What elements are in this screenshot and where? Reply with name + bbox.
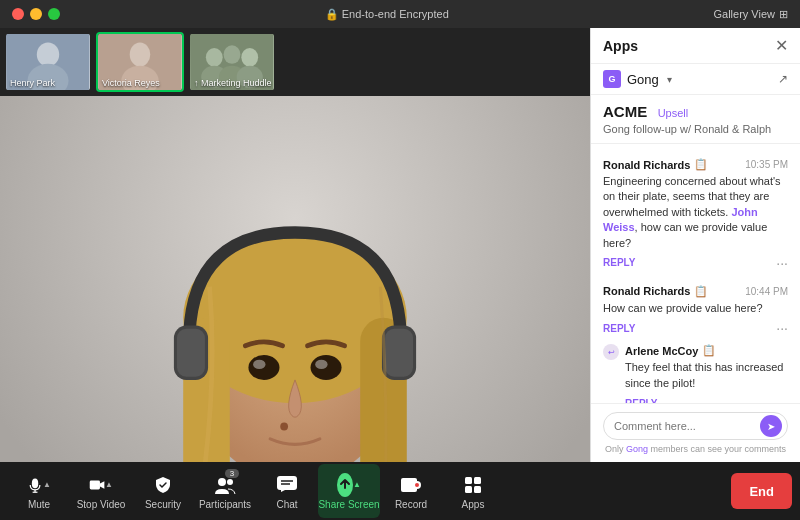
svg-rect-23 [177, 329, 205, 377]
reply-button[interactable]: REPLY [603, 323, 635, 334]
toolbar-item-participants[interactable]: 3 Participants [194, 464, 256, 518]
stop-video-caret: ▲ [105, 480, 113, 489]
reply-indicator: ↩ Arlene McCoy 📋 They feel that this has… [591, 344, 800, 403]
participants-label: Participants [199, 499, 251, 510]
svg-point-41 [415, 483, 419, 487]
gong-dropdown-icon[interactable]: ▾ [667, 74, 672, 85]
message-time: 10:44 PM [745, 286, 788, 297]
end-button[interactable]: End [731, 473, 792, 509]
message-actions: REPLY ··· [625, 395, 800, 403]
thumbnail-marketing-label: ↑ Marketing Huddle [194, 78, 272, 88]
svg-point-1 [37, 42, 59, 66]
stop-video-label: Stop Video [77, 499, 126, 510]
thumbnail-marketing[interactable]: ↑ Marketing Huddle [188, 32, 276, 92]
share-screen-label: Share Screen [318, 499, 379, 510]
thumbnail-victoria[interactable]: Victoria Reyes [96, 32, 184, 92]
toolbar-item-chat[interactable]: Chat [256, 464, 318, 518]
svg-point-29 [280, 423, 288, 431]
message-text: They feel that this has increased since … [625, 360, 800, 391]
message-text: How can we provide value here? [603, 301, 788, 316]
thumbnail-row: Henry Park Victoria Reyes [0, 28, 590, 96]
reply-button[interactable]: REPLY [603, 257, 635, 268]
mute-icon: ▲ [27, 473, 51, 497]
title-bar-title: 🔒 End-to-end Encrypted [325, 8, 449, 21]
message-sender: Ronald Richards 📋 [603, 158, 708, 171]
thumbnail-henry[interactable]: Henry Park [4, 32, 92, 92]
toolbar-item-share-screen[interactable]: ▲ Share Screen [318, 464, 380, 518]
svg-point-26 [311, 355, 342, 380]
svg-point-34 [218, 478, 226, 486]
message-sender: Arlene McCoy 📋 [625, 344, 716, 357]
sender-icon: 📋 [702, 344, 716, 357]
gallery-view-button[interactable]: Gallery View ⊞ [713, 8, 788, 21]
svg-point-25 [248, 355, 279, 380]
gong-logo: G [603, 70, 621, 88]
close-button[interactable] [12, 8, 24, 20]
svg-point-28 [315, 360, 327, 369]
main-content: Henry Park Victoria Reyes [0, 28, 800, 462]
message-header: Ronald Richards 📋 10:35 PM [603, 158, 788, 171]
message-item: Arlene McCoy 📋 They feel that this has i… [625, 344, 800, 403]
toolbar-left-items: ▲ Mute ▲ Stop Video Security [8, 464, 504, 518]
acme-badge: Upsell [658, 107, 689, 119]
svg-rect-24 [385, 329, 413, 377]
maximize-button[interactable] [48, 8, 60, 20]
share-screen-icon: ▲ [337, 473, 361, 497]
more-button[interactable]: ··· [776, 320, 788, 336]
external-link-button[interactable]: ↗ [778, 72, 788, 86]
messages-area: Ronald Richards 📋 10:35 PM Engineering c… [591, 144, 800, 403]
apps-icon [461, 473, 485, 497]
send-button[interactable]: ➤ [760, 415, 782, 437]
participants-badge: 3 [225, 469, 239, 478]
svg-point-35 [227, 479, 233, 485]
apps-label: Apps [462, 499, 485, 510]
record-label: Record [395, 499, 427, 510]
highlight-name: John Weiss [603, 206, 758, 233]
message-header: Ronald Richards 📋 10:44 PM [603, 285, 788, 298]
gong-name: Gong [627, 72, 659, 87]
acme-title: ACME [603, 103, 647, 120]
toolbar-item-security[interactable]: Security [132, 464, 194, 518]
toolbar-item-apps[interactable]: Apps [442, 464, 504, 518]
sender-icon: 📋 [694, 285, 708, 298]
minimize-button[interactable] [30, 8, 42, 20]
svg-point-9 [241, 48, 258, 67]
svg-rect-45 [474, 486, 481, 493]
acme-subtitle: Gong follow-up w/ Ronald & Ralph [603, 123, 788, 135]
chat-icon [275, 473, 299, 497]
toolbar-item-record[interactable]: Record [380, 464, 442, 518]
message-header: Arlene McCoy 📋 [625, 344, 800, 357]
comment-wrapper: ➤ [603, 412, 788, 440]
svg-point-30 [32, 478, 38, 488]
right-panel: Apps ✕ G Gong ▾ ↗ ACME Upsell Gong follo… [590, 28, 800, 462]
reply-avatar: ↩ [603, 344, 619, 360]
title-bar-right: Gallery View ⊞ [713, 8, 788, 21]
expand-icon: ⊞ [779, 8, 788, 21]
security-icon [151, 473, 175, 497]
message-sender: Ronald Richards 📋 [603, 285, 708, 298]
toolbar: ▲ Mute ▲ Stop Video Security [0, 462, 800, 520]
video-area: Henry Park Victoria Reyes [0, 28, 590, 462]
panel-header: Apps ✕ [591, 28, 800, 64]
message-actions: REPLY ··· [603, 320, 788, 336]
send-icon: ➤ [767, 421, 775, 432]
svg-point-27 [253, 360, 265, 369]
panel-close-button[interactable]: ✕ [775, 36, 788, 55]
share-screen-caret: ▲ [353, 480, 361, 489]
svg-rect-36 [277, 476, 297, 490]
mute-caret: ▲ [43, 480, 51, 489]
svg-point-4 [130, 42, 151, 66]
toolbar-item-stop-video[interactable]: ▲ Stop Video [70, 464, 132, 518]
panel-title: Apps [603, 38, 638, 54]
window-controls[interactable] [12, 8, 60, 20]
more-button[interactable]: ··· [776, 255, 788, 271]
sender-icon: 📋 [694, 158, 708, 171]
thumbnail-henry-label: Henry Park [10, 78, 55, 88]
toolbar-item-mute[interactable]: ▲ Mute [8, 464, 70, 518]
more-button[interactable]: ··· [788, 395, 800, 403]
stop-video-icon: ▲ [89, 473, 113, 497]
svg-rect-33 [90, 480, 100, 489]
message-actions: REPLY ··· [603, 255, 788, 271]
mute-label: Mute [28, 499, 50, 510]
svg-point-8 [224, 45, 241, 64]
